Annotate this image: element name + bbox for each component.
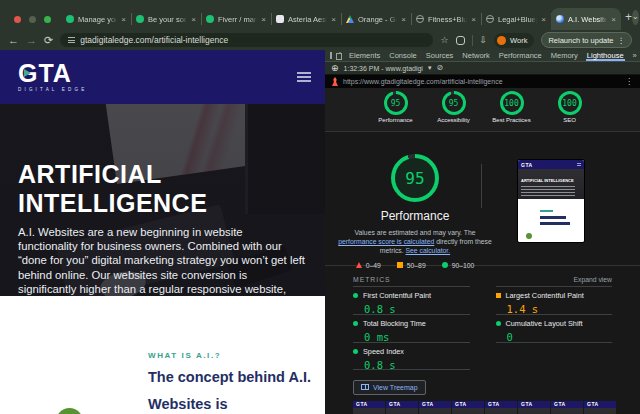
metric-speed-index[interactable]: Speed Index 0.8 s bbox=[353, 342, 470, 370]
chat-bubble[interactable] bbox=[56, 408, 83, 414]
gta-logo[interactable]: GTA DIGITAL EDGE bbox=[18, 61, 87, 93]
filmstrip-frame[interactable]: GTA bbox=[419, 401, 451, 414]
score-best-practices[interactable]: 100 Best Practices bbox=[490, 91, 534, 131]
hero-section: ARTIFICIAL INTELLIGENCE A.I. Websites ar… bbox=[0, 104, 325, 296]
inspect-element-icon[interactable] bbox=[330, 52, 332, 59]
tab-title: Fitness+Blueprint_n bbox=[428, 15, 467, 24]
forward-button[interactable]: → bbox=[26, 35, 37, 46]
tab-be-your-social-media[interactable]: Be your social medi × bbox=[131, 8, 201, 30]
close-window-button[interactable] bbox=[14, 16, 21, 23]
tab-fitness-blueprint[interactable]: Fitness+Blueprint_n × bbox=[411, 8, 481, 30]
devtools-tab-network[interactable]: Network bbox=[461, 50, 491, 61]
metric-total-blocking-time[interactable]: Total Blocking Time 0 ms bbox=[353, 314, 470, 342]
tab-close-icon[interactable]: × bbox=[471, 15, 476, 24]
profile-button[interactable]: Work bbox=[494, 33, 534, 48]
report-selector[interactable]: 1:32:36 PM - www.gtadigi bbox=[344, 65, 423, 72]
see-calculator-link[interactable]: See calculator. bbox=[406, 247, 451, 254]
metric-first-contentful-paint[interactable]: First Contentful Paint 0.8 s bbox=[353, 286, 470, 314]
lighthouse-logo-icon bbox=[332, 77, 338, 86]
tab-fiverr-marketing[interactable]: Fiverr / marketinggt × bbox=[201, 8, 271, 30]
score-label: Accessibility bbox=[437, 117, 470, 124]
side-panel-icon[interactable] bbox=[456, 36, 465, 45]
tab-manage-your-digital[interactable]: Manage your digita × bbox=[61, 8, 131, 30]
zoom-window-button[interactable] bbox=[44, 16, 51, 23]
tab-search-button[interactable]: ⌄ bbox=[632, 10, 639, 25]
device-toolbar-icon[interactable] bbox=[339, 52, 341, 59]
bookmark-star-icon[interactable]: ☆ bbox=[440, 36, 448, 45]
filmstrip-frame[interactable]: GTA bbox=[518, 401, 550, 414]
devtools-tab-console[interactable]: Console bbox=[388, 50, 418, 61]
tab-ai-websites-gta-active[interactable]: A.I. Websites | GTA D × bbox=[551, 8, 621, 30]
tab-close-icon[interactable]: × bbox=[261, 15, 266, 24]
legend-range: 0–49 bbox=[366, 262, 381, 269]
tab-close-icon[interactable]: × bbox=[191, 15, 196, 24]
selector-caret-icon[interactable]: ▾ bbox=[428, 64, 432, 72]
score-gauge: 95 bbox=[384, 91, 408, 115]
filmstrip-frame[interactable]: GTA bbox=[584, 401, 616, 414]
tab-close-icon[interactable]: × bbox=[611, 15, 616, 24]
filmstrip-frame[interactable]: GTA bbox=[353, 401, 385, 414]
google-drive-icon bbox=[346, 15, 354, 23]
download-icon[interactable]: ⇩ bbox=[480, 36, 488, 45]
page-screenshot-thumbnail[interactable]: GTA ARTIFICIAL INTELLIGENCE bbox=[518, 160, 584, 242]
metric-name: Speed Index bbox=[363, 347, 404, 356]
tab-close-icon[interactable]: × bbox=[121, 15, 126, 24]
metric-cumulative-layout-shift[interactable]: Cumulative Layout Shift 0 bbox=[496, 314, 613, 342]
score-performance[interactable]: 95 Performance bbox=[374, 91, 418, 131]
relaunch-to-update-button[interactable]: Relaunch to update ⋮ bbox=[541, 32, 632, 48]
tab-strip: Manage your digita × Be your social medi… bbox=[0, 0, 640, 30]
hero-paragraph: A.I. Websites are a new beginning in web… bbox=[18, 225, 305, 296]
report-row-menu-icon[interactable]: ⋮ bbox=[625, 78, 633, 86]
tab-title: Asteria Aesthetics | bbox=[288, 15, 327, 24]
metric-name: Largest Contentful Paint bbox=[506, 291, 584, 300]
score-label: SEO bbox=[563, 117, 576, 124]
minimize-window-button[interactable] bbox=[29, 16, 36, 23]
filmstrip-frame[interactable]: GTA bbox=[386, 401, 418, 414]
audited-url-row: https://www.gtadigitaledge.com/artificia… bbox=[325, 75, 640, 88]
metric-largest-contentful-paint[interactable]: Largest Contentful Paint 1.4 s bbox=[496, 286, 613, 314]
tab-close-icon[interactable]: × bbox=[401, 15, 406, 24]
devtools-panel: Elements Console Sources Network Perform… bbox=[325, 50, 640, 414]
score-seo[interactable]: 100 SEO bbox=[548, 91, 592, 131]
disclaimer-text: Values are estimated and may vary. The bbox=[355, 229, 476, 236]
fail-marker-icon bbox=[356, 262, 362, 268]
calc-link[interactable]: performance score is calculated bbox=[338, 238, 434, 245]
metric-marker-icon bbox=[353, 321, 358, 326]
tab-asteria-aesthetics[interactable]: Asteria Aesthetics | × bbox=[271, 8, 341, 30]
tab-close-icon[interactable]: × bbox=[541, 15, 546, 24]
expand-view-link[interactable]: Expand view bbox=[573, 276, 612, 283]
score-accessibility[interactable]: 95 Accessibility bbox=[432, 91, 476, 131]
devtools-tab-sources[interactable]: Sources bbox=[425, 50, 455, 61]
new-report-icon[interactable]: ⊕ bbox=[331, 64, 339, 73]
devtools-tab-performance[interactable]: Performance bbox=[498, 50, 543, 61]
tab-orange-google-drive[interactable]: Orange - Google Dr × bbox=[341, 8, 411, 30]
mini-text-line bbox=[540, 216, 566, 219]
chrome-menu-icon[interactable]: ⋮ bbox=[618, 36, 626, 45]
devtools-tab-elements[interactable]: Elements bbox=[348, 50, 381, 61]
more-tabs-icon[interactable]: » bbox=[632, 50, 638, 61]
menu-hamburger-icon[interactable] bbox=[297, 72, 311, 82]
tab-title: Manage your digita bbox=[78, 15, 117, 24]
mini-hero-title: ARTIFICIAL INTELLIGENCE bbox=[521, 178, 574, 183]
performance-summary: 95 Performance Values are estimated and … bbox=[325, 132, 640, 266]
filmstrip-frame[interactable]: GTA bbox=[452, 401, 484, 414]
reload-button[interactable]: ⟳ bbox=[44, 35, 53, 46]
filmstrip-frame[interactable]: GTA bbox=[551, 401, 583, 414]
filmstrip-frame[interactable]: GTA bbox=[485, 401, 517, 414]
legend-range: 50–89 bbox=[407, 262, 426, 269]
clear-reports-icon[interactable]: ⊘ bbox=[436, 64, 443, 72]
tab-close-icon[interactable]: × bbox=[331, 15, 336, 24]
site-settings-icon[interactable] bbox=[68, 37, 75, 43]
devtools-tab-memory[interactable]: Memory bbox=[550, 50, 579, 61]
metric-name: First Contentful Paint bbox=[363, 291, 431, 300]
address-bar[interactable]: gtadigitaledge.com/artificial-intelligen… bbox=[60, 33, 433, 47]
metric-marker-icon bbox=[353, 293, 358, 298]
tab-title: Orange - Google Dr bbox=[358, 15, 397, 24]
back-button[interactable]: ← bbox=[8, 35, 19, 46]
lighthouse-report-toolbar: ⊕ 1:32:36 PM - www.gtadigi ▾ ⊘ bbox=[325, 62, 640, 75]
new-tab-button[interactable]: + bbox=[625, 10, 632, 26]
browser-toolbar: ← → ⟳ gtadigitaledge.com/artificial-inte… bbox=[0, 30, 640, 50]
devtools-tab-lighthouse[interactable]: Lighthouse bbox=[586, 50, 625, 61]
view-treemap-button[interactable]: View Treemap bbox=[353, 380, 426, 395]
tab-legal-blueprint[interactable]: Legal+Blueprint_ne × bbox=[481, 8, 551, 30]
